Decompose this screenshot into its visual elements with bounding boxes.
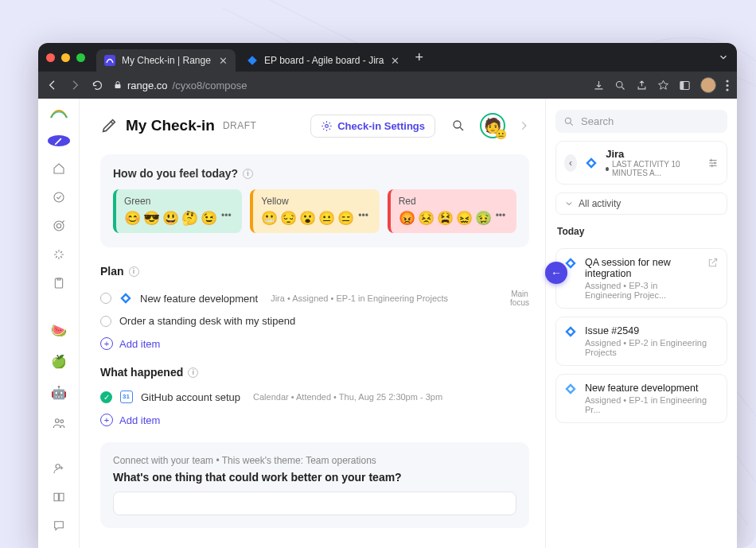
mood-emoji[interactable]: 😊 <box>124 210 141 227</box>
plan-item[interactable]: New feature development Jira • Assigned … <box>100 286 529 311</box>
info-icon[interactable]: i <box>188 367 198 378</box>
main-focus-badge: Main focus <box>510 290 529 307</box>
mood-emoji[interactable]: 😣 <box>418 210 435 227</box>
svg-rect-0 <box>104 55 115 66</box>
rail-invite-icon[interactable] <box>48 462 70 475</box>
chevron-right-icon[interactable] <box>518 120 529 131</box>
plan-section-label: Plan i <box>100 265 529 278</box>
browser-tab-active[interactable]: My Check-in | Range ✕ <box>96 49 236 72</box>
svg-point-8 <box>54 192 64 202</box>
mood-emoji[interactable]: 🤔 <box>181 210 198 227</box>
rail-team-watermelon-icon[interactable]: 🍉 <box>48 323 70 338</box>
minimize-window-icon[interactable] <box>61 53 70 62</box>
rail-checkins-icon[interactable] <box>48 191 70 204</box>
svg-point-12 <box>55 418 59 422</box>
mood-emoji[interactable]: 😉 <box>201 210 217 227</box>
close-window-icon[interactable] <box>46 53 55 62</box>
open-external-icon[interactable] <box>707 257 719 268</box>
url-display[interactable]: range.co/cyxo8/compose <box>113 80 583 91</box>
window-controls[interactable] <box>46 53 85 62</box>
rail-compose-icon[interactable] <box>48 135 70 146</box>
nav-back-icon[interactable] <box>46 79 59 91</box>
mood-emoji[interactable]: 😐 <box>318 210 335 227</box>
range-logo-icon[interactable] <box>50 108 68 119</box>
mood-emoji[interactable]: 😎 <box>143 210 160 227</box>
activity-item[interactable]: Issue #2549 Assigned • EP-2 in Engineeri… <box>555 317 727 366</box>
header-search-icon[interactable] <box>451 119 466 133</box>
activity-item[interactable]: New feature development Assigned • EP-1 … <box>555 374 727 423</box>
happened-add-item-button[interactable]: + Add item <box>100 414 529 426</box>
activity-meta: Assigned • EP-1 in Engineering Pr... <box>585 395 719 414</box>
rail-team-robot-icon[interactable]: 🤖 <box>48 385 70 400</box>
tab-overflow-icon[interactable] <box>718 52 729 63</box>
sidepanel-icon[interactable] <box>679 80 691 91</box>
integration-card[interactable]: ‹ Jira LAST ACTIVITY 10 MINUTES A... <box>555 141 727 185</box>
activity-filter[interactable]: All activity <box>555 192 727 215</box>
rail-goals-icon[interactable] <box>48 220 70 232</box>
rail-team-apple-icon[interactable]: 🍏 <box>48 354 70 369</box>
mood-emoji[interactable]: 🤢 <box>475 210 492 227</box>
kebab-menu-icon[interactable] <box>726 80 729 91</box>
zoom-icon[interactable] <box>614 80 626 91</box>
mood-emoji[interactable]: 😖 <box>456 210 473 227</box>
rail-home-icon[interactable] <box>48 162 70 175</box>
profile-avatar-icon[interactable] <box>700 77 716 93</box>
rail-feedback-icon[interactable] <box>48 519 70 532</box>
tune-icon[interactable] <box>707 157 719 169</box>
check-done-icon[interactable]: ✓ <box>100 391 112 403</box>
mood-emoji[interactable]: 😡 <box>399 210 415 227</box>
mood-emoji[interactable]: 😃 <box>162 210 179 227</box>
mood-group-green: Green 😊 😎 😃 🤔 😉 ••• <box>113 189 242 233</box>
mood-emoji[interactable]: 😬 <box>261 210 278 227</box>
mood-more-icon[interactable]: ••• <box>496 210 506 227</box>
mood-emoji[interactable]: 😮 <box>299 210 316 227</box>
browser-tab-inactive[interactable]: EP board - Agile board - Jira ✕ <box>239 49 407 72</box>
info-icon[interactable]: i <box>243 169 253 179</box>
happened-item[interactable]: ✓ GitHub account setup Calendar • Attend… <box>100 387 529 407</box>
rail-library-icon[interactable] <box>48 491 70 503</box>
rail-meetings-icon[interactable] <box>48 248 70 261</box>
side-panel: Search ‹ Jira LAST ACTIVITY 10 MINUTES A… <box>546 99 737 548</box>
activity-title: Issue #2549 <box>585 325 719 336</box>
pull-into-checkin-icon[interactable]: ← <box>545 262 567 284</box>
search-placeholder: Search <box>581 115 614 127</box>
mood-emoji[interactable]: 😔 <box>280 210 297 227</box>
tab-close-icon[interactable]: ✕ <box>219 55 228 67</box>
side-search-input[interactable]: Search <box>555 110 727 133</box>
plus-circle-icon: + <box>100 337 113 350</box>
browser-window: My Check-in | Range ✕ EP board - Agile b… <box>38 43 737 548</box>
chevron-left-icon[interactable]: ‹ <box>564 154 577 172</box>
draft-badge: DRAFT <box>223 120 257 131</box>
plan-item[interactable]: Order a standing desk with my stipend <box>100 311 529 331</box>
info-icon[interactable]: i <box>129 266 139 277</box>
activity-meta: Assigned • EP-2 in Engineering Projects <box>585 338 719 357</box>
mood-more-icon[interactable]: ••• <box>221 210 232 227</box>
nav-forward-icon[interactable] <box>68 79 81 91</box>
svg-point-6 <box>726 84 728 86</box>
mood-more-icon[interactable]: ••• <box>358 210 368 227</box>
add-item-label: Add item <box>119 414 160 426</box>
connect-card: Connect with your team • This week's the… <box>100 442 529 528</box>
checkin-settings-button[interactable]: Check-in Settings <box>310 115 435 138</box>
plan-add-item-button[interactable]: + Add item <box>100 337 529 350</box>
nav-reload-icon[interactable] <box>91 80 103 91</box>
rail-tasks-icon[interactable] <box>48 277 70 290</box>
rail-people-icon[interactable] <box>48 416 70 430</box>
install-icon[interactable] <box>593 80 605 91</box>
new-tab-button[interactable]: + <box>415 49 424 66</box>
share-icon[interactable] <box>636 80 648 91</box>
mood-emoji[interactable]: 😫 <box>437 210 454 227</box>
activity-title: New feature development <box>585 383 719 394</box>
mood-group-red: Red 😡 😣 😫 😖 🤢 ••• <box>388 189 516 233</box>
bookmark-icon[interactable] <box>657 80 669 91</box>
mood-label: Yellow <box>261 196 371 207</box>
svg-point-10 <box>57 223 60 227</box>
connect-answer-input[interactable] <box>113 492 516 515</box>
mood-emoji[interactable]: 😑 <box>337 210 354 227</box>
activity-item[interactable]: ← QA session for new integration Assigne… <box>555 248 727 309</box>
radio-icon[interactable] <box>100 316 111 327</box>
tab-close-icon[interactable]: ✕ <box>391 55 399 67</box>
maximize-window-icon[interactable] <box>76 53 85 62</box>
user-mood-icon: 😐 <box>495 129 507 140</box>
radio-icon[interactable] <box>100 293 111 304</box>
